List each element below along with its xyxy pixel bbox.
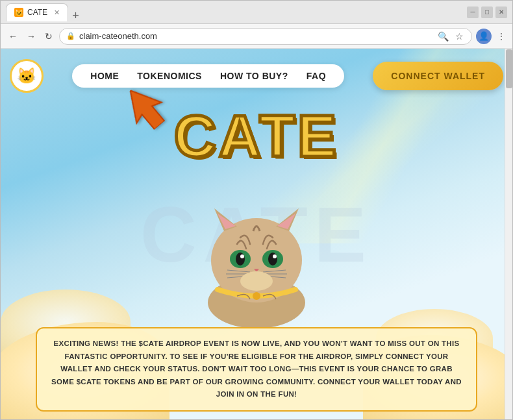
new-tab-button[interactable]: + — [69, 10, 82, 21]
address-bar-icons: 🔍 ☆ — [436, 30, 465, 43]
logo[interactable]: 🐱 — [10, 59, 44, 93]
menu-button[interactable]: ⋮ — [495, 30, 507, 43]
minimize-button[interactable]: ─ — [467, 6, 479, 18]
scrollbar[interactable] — [505, 49, 512, 419]
nav-home[interactable]: HOME — [90, 71, 119, 81]
svg-point-10 — [236, 253, 245, 266]
hero-title-container: CATE — [174, 107, 339, 166]
browser-tab[interactable]: 🐱 CATE ✕ — [6, 3, 68, 21]
svg-point-22 — [240, 271, 273, 291]
browser-window: 🐱 CATE ✕ + ─ □ ✕ ← → ↻ 🔒 claim-cateoneth… — [0, 0, 513, 420]
address-bar[interactable]: 🔒 claim-cateoneth.com 🔍 ☆ — [59, 28, 472, 45]
svg-point-13 — [273, 254, 277, 258]
cat-svg — [172, 182, 341, 332]
close-button[interactable]: ✕ — [495, 6, 507, 18]
info-box: EXCITING NEWS! THE $CATE AIRDROP EVENT I… — [36, 327, 477, 412]
svg-point-12 — [240, 254, 244, 258]
title-bar: 🐱 CATE ✕ + ─ □ ✕ — [1, 1, 512, 24]
window-controls: ─ □ ✕ — [467, 6, 507, 18]
page-content: CATE 🐱 HOME TOKENOMICS HOW TO BUY? FAQ C… — [1, 49, 512, 419]
bookmark-icon[interactable]: ☆ — [454, 30, 465, 43]
address-bar-row: ← → ↻ 🔒 claim-cateoneth.com 🔍 ☆ 👤 ⋮ — [1, 24, 512, 49]
scrollbar-thumb[interactable] — [506, 49, 512, 88]
connect-wallet-button[interactable]: CONNECT WALLET — [373, 62, 503, 90]
maximize-button[interactable]: □ — [481, 6, 493, 18]
tab-close-button[interactable]: ✕ — [54, 8, 60, 17]
search-icon[interactable]: 🔍 — [436, 30, 450, 43]
refresh-button[interactable]: ↻ — [42, 30, 55, 43]
url-text: claim-cateoneth.com — [79, 31, 432, 41]
info-text: EXCITING NEWS! THE $CATE AIRDROP EVENT I… — [51, 338, 462, 401]
nav-links-container: HOME TOKENOMICS HOW TO BUY? FAQ — [72, 64, 344, 88]
back-button[interactable]: ← — [6, 30, 20, 43]
svg-point-11 — [268, 253, 277, 266]
hero-title: CATE — [174, 107, 339, 166]
cat-illustration — [166, 176, 347, 332]
profile-button[interactable]: 👤 — [476, 29, 492, 44]
security-icon: 🔒 — [66, 32, 75, 40]
nav-faq[interactable]: FAQ — [307, 71, 326, 81]
tab-title: CATE — [27, 8, 47, 17]
tab-bar: 🐱 CATE ✕ + — [6, 3, 458, 21]
nav-how-to-buy[interactable]: HOW TO BUY? — [220, 71, 288, 81]
svg-point-21 — [253, 292, 260, 300]
forward-button[interactable]: → — [24, 30, 38, 43]
navbar: 🐱 HOME TOKENOMICS HOW TO BUY? FAQ CONNEC… — [10, 59, 503, 93]
tab-favicon: 🐱 — [14, 8, 23, 17]
logo-emoji: 🐱 — [17, 67, 36, 85]
